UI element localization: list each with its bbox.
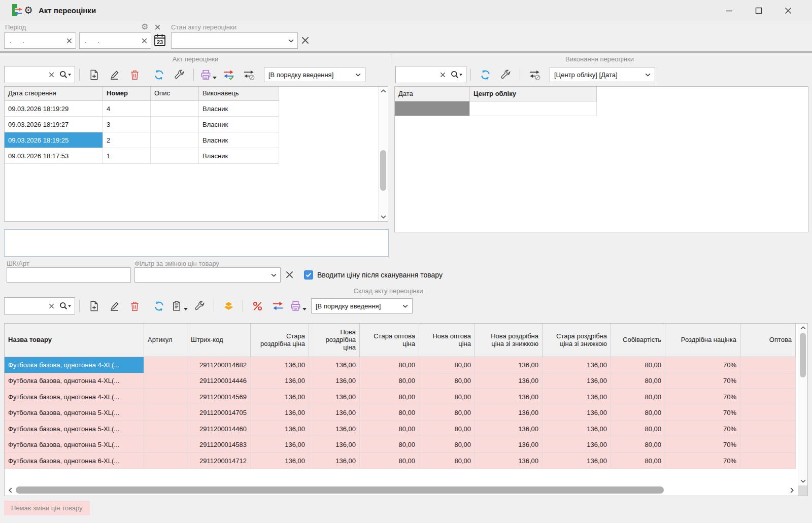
cell[interactable]: 136,00 [251,453,309,469]
cell[interactable]: Футболка базова, однотонна 6-XL(... [5,453,144,469]
cell[interactable]: 136,00 [251,437,309,454]
table-row[interactable]: Футболка базова, однотонна 5-XL(...29112… [5,405,807,422]
table-row[interactable]: Футболка базова, однотонна 4-XL(...29112… [5,389,807,405]
cell[interactable]: 2911200014712 [187,453,251,469]
maximize-button[interactable] [744,0,773,21]
cell[interactable] [151,117,199,132]
column-header[interactable]: Нова оптова ціна [419,324,475,357]
cell[interactable] [144,389,187,405]
cell[interactable] [740,357,796,373]
table-row[interactable]: Футболка базова, однотонна 4-XL(...29112… [5,357,807,373]
column-header[interactable]: Опис [151,87,199,101]
column-header[interactable]: Собівартість [611,324,665,357]
execution-search-clear-icon[interactable] [436,72,449,78]
cell[interactable] [740,405,796,422]
sku-input[interactable] [7,267,131,283]
composition-horizontal-scrollbar[interactable] [6,485,797,495]
cell[interactable] [395,101,470,116]
cell[interactable]: 80,00 [611,357,665,373]
cell[interactable]: 80,00 [611,405,665,422]
cell[interactable]: 80,00 [360,437,419,454]
cell[interactable] [740,437,796,454]
cell[interactable]: 80,00 [611,421,665,437]
cell[interactable]: 136,00 [475,437,543,454]
cell[interactable]: 80,00 [360,373,419,390]
cell[interactable]: 80,00 [360,357,419,373]
cell[interactable] [740,389,796,405]
cell[interactable]: 70% [665,437,740,454]
scroll-right-icon[interactable] [788,487,795,493]
cell[interactable]: 2911200014569 [187,389,251,405]
edit-item-button[interactable] [104,297,124,315]
cell[interactable]: 80,00 [419,373,475,390]
cell[interactable]: 2911200014460 [187,421,251,437]
column-header[interactable]: Дата створення [5,87,103,101]
state-clear-icon[interactable] [300,36,310,45]
table-row[interactable]: 09.03.2026 18:19:294Власник [5,101,388,117]
cell[interactable]: Власник [199,117,279,132]
date-from-clear-icon[interactable] [62,33,76,48]
refresh-button[interactable] [149,297,169,315]
cell[interactable]: 70% [665,373,740,390]
cell[interactable]: 136,00 [475,421,543,437]
cell[interactable]: 136,00 [251,357,309,373]
cell[interactable]: 136,00 [309,453,360,469]
cell[interactable]: 70% [665,357,740,373]
cell[interactable]: 4 [103,101,151,117]
cell[interactable]: 09.03.2026 18:19:27 [5,117,103,132]
table-row[interactable]: 09.03.2026 18:17:531Власник [5,148,388,164]
price-filter-select[interactable] [134,267,281,283]
refresh-button[interactable] [475,66,495,83]
cell[interactable]: 136,00 [475,405,543,422]
calendar-button[interactable]: 23 [154,33,166,47]
close-button[interactable] [773,0,803,21]
cell[interactable]: 136,00 [543,437,611,454]
delete-item-button[interactable] [124,297,145,315]
cell[interactable]: 136,00 [309,437,360,454]
cell[interactable]: 70% [665,389,740,405]
column-header[interactable]: Стара роздрібна ціна зі знижкою [543,324,611,357]
column-header[interactable]: Оптова [740,324,796,357]
splitter-bar[interactable] [0,51,812,53]
column-header[interactable]: Виконавець [199,87,279,101]
table-row[interactable] [395,101,808,116]
table-row[interactable]: 09.03.2026 18:19:252Власник [5,132,388,148]
period-filter-clear-icon[interactable] [154,24,161,30]
cell[interactable]: 80,00 [419,389,475,405]
period-settings-gear-icon[interactable]: ⚙ [141,23,148,31]
cell[interactable]: 136,00 [309,357,360,373]
transfer-confirm-button[interactable] [218,66,239,83]
cell[interactable] [740,453,796,469]
cell[interactable]: 136,00 [475,453,543,469]
column-header[interactable]: Стара оптова ціна [360,324,419,357]
print-button[interactable] [198,66,218,83]
cell[interactable] [151,132,199,148]
table-row[interactable]: 09.03.2026 18:19:273Власник [5,117,388,132]
composition-search-input[interactable] [4,297,75,315]
cell[interactable]: 80,00 [360,453,419,469]
price-filter-clear-icon[interactable] [285,270,294,280]
cell[interactable] [740,421,796,437]
cell[interactable]: 09.03.2026 18:17:53 [5,148,103,164]
cell[interactable]: 2911200014682 [187,357,251,373]
settings-wrench-button[interactable] [495,66,516,83]
transfer-cancel-button[interactable] [239,66,259,83]
cell[interactable] [144,405,187,422]
cell[interactable]: Футболка базова, однотонна 4-XL(... [5,373,144,390]
cell[interactable] [144,453,187,469]
cell[interactable]: Футболка базова, однотонна 4-XL(... [5,357,144,373]
cell[interactable]: 09.03.2026 18:19:25 [5,132,103,148]
cell[interactable]: 70% [665,405,740,422]
column-header[interactable]: Стара роздрібна ціна [251,324,309,357]
percent-button[interactable] [247,297,267,315]
cell[interactable]: 2911200014583 [187,437,251,454]
cell[interactable]: 136,00 [475,357,543,373]
cell[interactable] [151,101,199,117]
cell[interactable] [470,101,597,116]
date-from-input[interactable]: . . [4,32,76,49]
cell[interactable]: 136,00 [309,373,360,390]
cell[interactable]: 80,00 [419,437,475,454]
cell[interactable]: 136,00 [543,373,611,390]
cell[interactable]: 80,00 [611,389,665,405]
cell[interactable]: Футболка базова, однотонна 5-XL(... [5,421,144,437]
